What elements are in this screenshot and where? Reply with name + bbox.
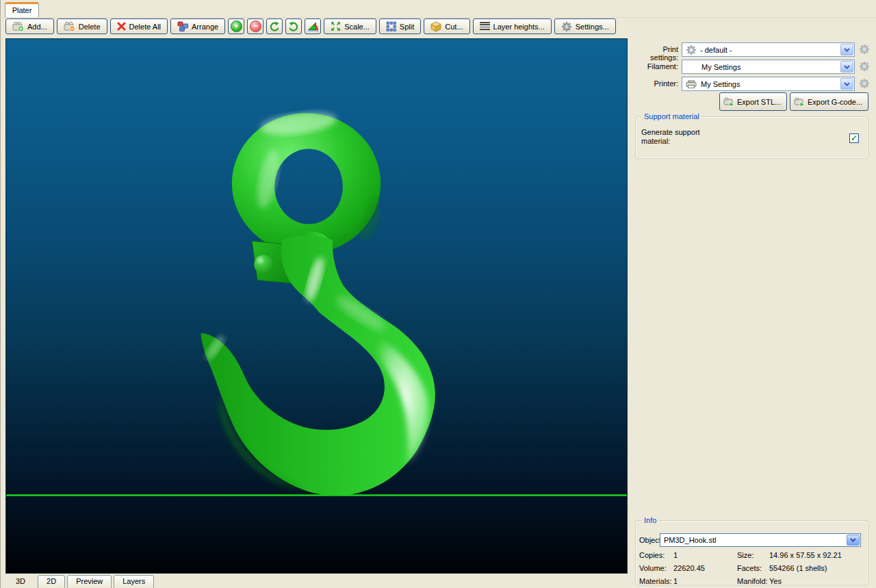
arrange-button-label: Arrange (192, 23, 218, 31)
split-button[interactable]: Split (379, 18, 421, 34)
triangle-rotate-icon (307, 21, 319, 32)
layer-heights-button-label: Layer heights... (493, 23, 545, 31)
object-value: PM3D_Hook.stl (660, 536, 846, 544)
brick-plus-icon (12, 21, 24, 31)
scale-button-label: Scale... (344, 23, 370, 31)
chevron-down-icon (850, 538, 856, 542)
copies-value: 1 (673, 551, 678, 559)
facets-label: Facets: (737, 564, 762, 572)
check-icon: ✓ (851, 134, 858, 142)
split-button-label: Split (400, 23, 414, 31)
object-dropdown-arrow[interactable] (847, 535, 860, 546)
tab-strip-divider (0, 17, 876, 18)
rotate-cw-button[interactable] (285, 18, 302, 34)
support-material-group: Support material Generate support materi… (635, 116, 868, 159)
bricks-icon (177, 21, 188, 31)
printer-select[interactable]: My Settings (682, 77, 855, 91)
hook-model[interactable] (6, 39, 627, 573)
size-label: Size: (737, 551, 753, 559)
facets-value: 554266 (1 shells) (769, 564, 827, 572)
brick-export-icon (723, 97, 735, 107)
filament-label: Filament: (633, 62, 678, 71)
scale-button[interactable]: Scale... (324, 18, 376, 34)
rotate-ccw-button[interactable] (266, 18, 283, 34)
print-settings-gear-icon[interactable] (859, 44, 870, 55)
settings-button[interactable]: Settings... (554, 18, 616, 34)
delete-button-label: Delete (79, 23, 101, 31)
chevron-down-icon (844, 82, 850, 86)
rotate-cw-icon (288, 21, 299, 32)
red-x-icon (117, 22, 126, 31)
print-settings-label: Print settings: (633, 45, 678, 62)
generate-support-checkbox[interactable]: ✓ (849, 133, 859, 143)
support-material-title: Support material (642, 112, 701, 120)
object-select[interactable]: PM3D_Hook.stl (660, 533, 861, 547)
print-settings-value: - default - (697, 46, 840, 54)
view-tab-preview[interactable]: Preview (67, 575, 112, 588)
manifold-label: Manifold: (737, 577, 768, 585)
handles-icon (386, 21, 396, 31)
printer-dropdown-arrow[interactable] (840, 78, 853, 90)
increase-copies-button[interactable]: + (228, 18, 244, 34)
rotate-ccw-icon (269, 21, 280, 32)
manifold-value: Yes (769, 577, 782, 585)
rotate-custom-button[interactable] (305, 18, 321, 34)
filament-dropdown-arrow[interactable] (840, 61, 853, 73)
export-stl-label: Export STL... (737, 98, 781, 106)
view-tab-strip: 3D 2D Preview Layers (5, 575, 156, 588)
cut-button[interactable]: Cut... (424, 18, 469, 34)
layer-heights-button[interactable]: Layer heights... (473, 18, 552, 34)
add-button-label: Add... (27, 23, 47, 31)
filament-gear-icon[interactable] (859, 61, 870, 72)
filament-select[interactable]: My Settings (682, 60, 855, 74)
arrows-out-icon (331, 21, 341, 31)
delete-all-button-label: Delete All (129, 23, 161, 31)
bed-boundary-line (6, 494, 627, 496)
filament-value: My Settings (682, 63, 840, 71)
export-stl-button[interactable]: Export STL... (719, 92, 787, 111)
window-left-edge (0, 0, 1, 588)
gear-icon (561, 21, 572, 32)
view-tab-3d[interactable]: 3D (5, 575, 36, 588)
printer-icon (686, 80, 697, 88)
view-tab-2d[interactable]: 2D (38, 575, 65, 588)
printer-value: My Settings (697, 80, 840, 88)
brick-export-icon (794, 97, 806, 107)
size-value: 14.96 x 57.55 x 92.21 (769, 551, 842, 559)
add-button[interactable]: Add... (5, 18, 54, 34)
gold-box-icon (430, 21, 441, 32)
brick-minus-icon (64, 21, 75, 31)
print-settings-select[interactable]: - default - (682, 42, 855, 57)
plus-circle-icon: + (231, 21, 242, 32)
info-group: Info Object: PM3D_Hook.stl Copies: 1 Siz… (635, 520, 868, 585)
materials-label: Materials: (639, 577, 672, 585)
delete-button[interactable]: Delete (57, 18, 107, 34)
export-gcode-button[interactable]: Export G-code... (790, 92, 868, 111)
minus-circle-icon: − (250, 21, 261, 32)
view-tab-layers[interactable]: Layers (114, 575, 154, 588)
chevron-down-icon (844, 48, 850, 52)
chevron-down-icon (844, 65, 850, 69)
stacked-lines-icon (480, 22, 490, 31)
printer-gear-icon[interactable] (859, 78, 870, 89)
plater-3d-viewport[interactable] (5, 38, 628, 574)
tab-plater-label: Plater (12, 6, 32, 14)
info-title: Info (642, 516, 658, 524)
tab-plater[interactable]: Plater (5, 2, 39, 17)
printer-label: Printer: (633, 79, 678, 88)
settings-button-label: Settings... (576, 23, 609, 31)
plater-toolbar: Add... Delete Delete All A (5, 18, 616, 34)
copies-label: Copies: (639, 551, 665, 559)
delete-all-button[interactable]: Delete All (110, 18, 168, 34)
print-settings-dropdown-arrow[interactable] (840, 44, 853, 55)
gear-icon (686, 44, 697, 55)
export-gcode-label: Export G-code... (808, 98, 862, 106)
arrange-button[interactable]: Arrange (170, 18, 225, 34)
generate-support-label: Generate support material: (641, 128, 717, 146)
settings-panel: Print settings: - default - Filament: My… (633, 38, 876, 588)
cut-button-label: Cut... (445, 23, 463, 31)
volume-value: 22620.45 (673, 564, 705, 572)
decrease-copies-button[interactable]: − (247, 18, 263, 34)
volume-label: Volume: (639, 564, 667, 572)
slic3r-plater-window: Plater Add... Delete (0, 0, 876, 588)
